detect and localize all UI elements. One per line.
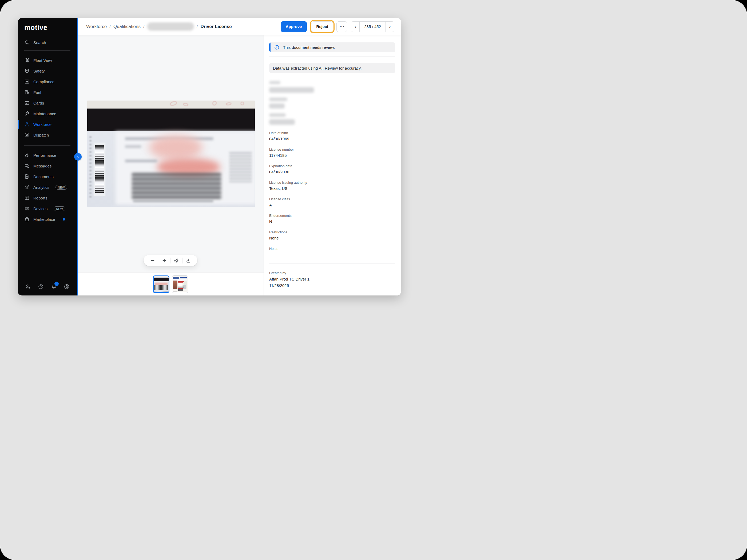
sidebar-item-reports[interactable]: Reports — [18, 192, 77, 203]
field-notes: Notes — — [269, 247, 395, 257]
field-label: License issuing authority — [269, 181, 395, 185]
sidebar-item-marketplace[interactable]: Marketplace — [18, 214, 77, 224]
sidebar-item-dispatch[interactable]: Dispatch — [18, 130, 77, 140]
sidebar-item-maintenance[interactable]: Maintenance — [18, 108, 77, 119]
field-label: License number — [269, 148, 395, 152]
zoom-out-button[interactable] — [147, 255, 158, 266]
field-license-class: License class A — [269, 197, 395, 207]
sidebar-item-analytics[interactable]: Analytics NEW — [18, 182, 77, 192]
sidebar-item-messages[interactable]: Messages — [18, 161, 77, 171]
field-label: Date of birth — [269, 131, 395, 135]
notifications-bell-button[interactable] — [51, 284, 57, 290]
pager-previous-button[interactable]: ‹ — [351, 22, 359, 32]
new-badge: NEW — [55, 185, 67, 190]
breadcrumb-workforce[interactable]: Workforce — [86, 24, 107, 29]
breadcrumb: Workforce / Qualifications / / Driver Li… — [86, 22, 232, 31]
license-top-edge — [87, 101, 255, 109]
field-expiration-date: Expiration date 04/30/2030 — [269, 164, 395, 174]
sidebar-item-workforce[interactable]: Workforce — [18, 119, 77, 130]
field-label: Notes — [269, 247, 395, 251]
reject-button[interactable]: Reject — [311, 21, 333, 32]
sidebar-nav-primary: Fleet View Safety Compliance Fuel Cards … — [18, 55, 77, 140]
breadcrumb-separator: / — [197, 24, 198, 29]
sidebar-footer — [18, 281, 77, 292]
wrench-icon — [24, 111, 30, 116]
sidebar-search-label: Search — [33, 40, 46, 45]
compliance-icon — [24, 79, 30, 84]
fuel-pump-icon — [24, 89, 30, 95]
header-actions: Approve Reject ⋯ ‹ 235 / 452 › — [281, 21, 394, 32]
redacted-field-label — [269, 81, 280, 84]
field-label: Restrictions — [269, 230, 395, 234]
sidebar-item-cards[interactable]: Cards — [18, 98, 77, 108]
redacted-fields — [269, 81, 395, 125]
redacted-field-label — [269, 113, 286, 117]
sidebar-item-safety[interactable]: Safety — [18, 65, 77, 76]
admin-settings-button[interactable] — [25, 284, 31, 290]
sidebar-item-label: Workforce — [33, 122, 51, 127]
shield-icon — [24, 68, 30, 74]
rotate-button[interactable] — [171, 255, 182, 266]
sidebar-item-label: Messages — [33, 164, 51, 168]
reports-icon — [24, 195, 30, 201]
sidebar-item-label: Cards — [33, 101, 44, 105]
redacted-field-label — [269, 98, 287, 101]
redacted-license-content — [117, 133, 255, 203]
created-by-date: 11/28/2025 — [269, 283, 395, 288]
field-value: None — [269, 236, 395, 240]
license-back-image[interactable] — [87, 101, 255, 207]
sidebar-divider — [24, 50, 71, 51]
rotate-icon — [174, 258, 179, 263]
breadcrumb-qualifications[interactable]: Qualifications — [113, 24, 140, 29]
redacted-field-value — [269, 87, 314, 93]
sidebar-item-label: Documents — [33, 175, 54, 179]
sidebar-item-label: Devices — [33, 206, 48, 211]
motive-logo: motive — [24, 24, 77, 32]
thumbnail-license-front[interactable] — [172, 275, 188, 293]
chevron-left-icon: ‹ — [77, 154, 79, 159]
created-by-name: Affan Prod TC Driver 1 — [269, 277, 395, 281]
field-date-of-birth: Date of birth 04/30/1969 — [269, 131, 395, 141]
dispatch-icon — [24, 132, 30, 138]
messages-icon — [24, 163, 30, 168]
zoom-in-button[interactable] — [158, 255, 170, 266]
person-icon — [24, 122, 30, 127]
sidebar-nav-secondary: Performance Messages Documents Analytics… — [18, 150, 77, 224]
pager-next-button[interactable]: › — [386, 22, 394, 32]
download-icon — [186, 258, 191, 263]
rotated-serial-redacted — [89, 136, 92, 197]
more-options-button[interactable]: ⋯ — [336, 21, 347, 32]
marketplace-icon — [24, 216, 30, 222]
credit-card-icon — [24, 100, 30, 106]
image-toolbar — [144, 255, 198, 266]
sidebar-item-fleet-view[interactable]: Fleet View — [18, 55, 77, 65]
sidebar-item-label: Fleet View — [33, 58, 52, 63]
page-header: Workforce / Qualifications / / Driver Li… — [78, 18, 401, 35]
details-panel: This document needs review. Data was ext… — [264, 35, 401, 295]
sidebar-item-label: Fuel — [33, 90, 41, 95]
breadcrumb-current: Driver License — [200, 24, 232, 29]
sidebar-item-fuel[interactable]: Fuel — [18, 87, 77, 98]
thumbnail-strip — [78, 272, 264, 295]
sidebar-item-compliance[interactable]: Compliance — [18, 76, 77, 87]
field-endorsements: Endorsements N — [269, 214, 395, 224]
breadcrumb-redacted-driver-name[interactable] — [147, 22, 194, 31]
sidebar-item-performance[interactable]: Performance — [18, 150, 77, 161]
sidebar-item-label: Reports — [33, 196, 48, 200]
help-button[interactable] — [38, 284, 44, 290]
barcode — [95, 145, 104, 193]
devices-icon — [24, 206, 30, 211]
sidebar-item-documents[interactable]: Documents — [18, 171, 77, 182]
download-button[interactable] — [182, 255, 194, 266]
sidebar-collapse-button[interactable]: ‹ — [74, 153, 82, 161]
field-value: Texas, US — [269, 186, 395, 191]
account-button[interactable] — [64, 284, 70, 290]
field-value: — — [269, 252, 395, 257]
approve-button[interactable]: Approve — [281, 21, 307, 32]
breadcrumb-separator: / — [143, 24, 145, 29]
sidebar-item-devices[interactable]: Devices NEW — [18, 203, 77, 214]
document-icon — [24, 174, 30, 179]
thumbnail-license-back-selected[interactable] — [153, 275, 170, 293]
sidebar-search[interactable]: Search — [18, 37, 77, 48]
new-badge: NEW — [54, 206, 66, 211]
